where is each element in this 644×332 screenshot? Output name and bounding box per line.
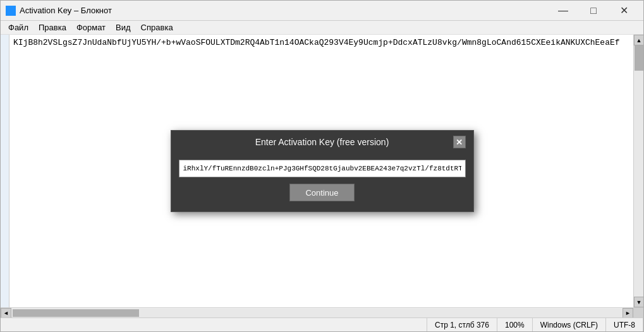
dialog-title-bar: Enter Activation Key (free version) ✕: [171, 131, 473, 153]
scroll-thumb-h[interactable]: [13, 309, 139, 317]
activation-key-input[interactable]: [179, 160, 466, 177]
menu-file[interactable]: Файл: [3, 21, 33, 34]
scroll-left-button[interactable]: ◄: [1, 308, 11, 318]
minimize-button[interactable]: —: [549, 1, 578, 21]
status-empty: [1, 318, 427, 331]
close-button[interactable]: ✕: [609, 1, 638, 21]
activation-dialog: Enter Activation Key (free version) ✕ Co…: [171, 130, 474, 212]
scroll-right-button[interactable]: ►: [623, 308, 633, 318]
scroll-up-button[interactable]: ▲: [634, 35, 643, 45]
continue-button[interactable]: Continue: [289, 184, 354, 201]
menu-help[interactable]: Справка: [136, 21, 178, 34]
status-line-ending: Windows (CRLF): [533, 318, 606, 331]
status-zoom: 100%: [497, 318, 533, 331]
scroll-down-button[interactable]: ▼: [634, 297, 643, 307]
content-area: KIjB8h2VSLgsZ7JnUdaNbfUjYU5YH/+b+wVaoSFO…: [1, 35, 643, 307]
bottom-scrollbar-area: ◄ ►: [1, 307, 643, 317]
dialog-button-row: Continue: [179, 184, 466, 201]
title-bar: Activation Key – Блокнот — □ ✕: [1, 1, 643, 21]
status-encoding: UTF-8: [606, 318, 643, 331]
horizontal-scrollbar[interactable]: ◄ ►: [1, 308, 633, 317]
scrollbar-corner: [633, 308, 643, 318]
scroll-thumb-v[interactable]: [635, 45, 643, 71]
main-window: Activation Key – Блокнот — □ ✕ Файл Прав…: [0, 0, 644, 332]
editor-line-1: KIjB8h2VSLgsZ7JnUdaNbfUjYU5YH/+b+wVaoSFO…: [13, 37, 629, 49]
dialog-title: Enter Activation Key (free version): [191, 137, 453, 147]
menu-edit[interactable]: Правка: [33, 21, 71, 34]
scroll-track-v[interactable]: [634, 45, 643, 297]
editor-content: KIjB8h2VSLgsZ7JnUdaNbfUjYU5YH/+b+wVaoSFO…: [9, 35, 633, 51]
line-gutter: [1, 35, 9, 307]
maximize-button[interactable]: □: [579, 1, 608, 21]
menu-view[interactable]: Вид: [111, 21, 136, 34]
app-icon: [6, 6, 16, 16]
menu-bar: Файл Правка Формат Вид Справка: [1, 21, 643, 35]
title-bar-buttons: — □ ✕: [549, 1, 638, 21]
dialog-close-button[interactable]: ✕: [453, 136, 466, 148]
status-position: Стр 1, стлб 376: [427, 318, 497, 331]
window-title: Activation Key – Блокнот: [20, 6, 549, 15]
dialog-body: Continue: [171, 153, 473, 211]
vertical-scrollbar[interactable]: ▲ ▼: [633, 35, 643, 307]
scroll-track-h[interactable]: [11, 309, 623, 317]
status-bar: Стр 1, стлб 376 100% Windows (CRLF) UTF-…: [1, 317, 643, 331]
menu-format[interactable]: Формат: [71, 21, 111, 34]
